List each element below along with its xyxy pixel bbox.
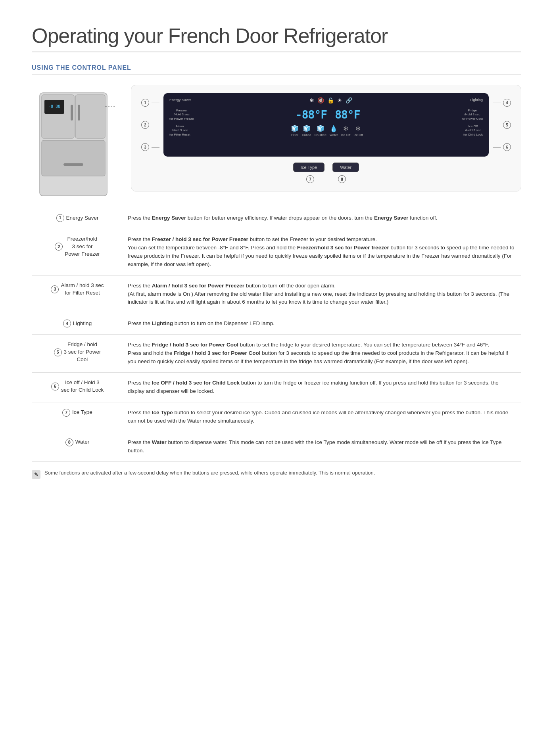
circle-3: 3 [141,143,149,151]
row-label-cell: 1 Energy Saver [32,208,123,229]
row-desc-cell: Press the Fridge / hold 3 sec for Power … [123,335,521,373]
snowflake-icon: ❄ [309,97,314,103]
temp-row: Freezer/Hold 3 secfor Power Freeze -88°F… [169,107,483,123]
diagram-area: -8 88 1 2 3 [32,85,521,196]
panel-top-row: Energy Saver ❄ 🔇 🔒 ☀ 🔗 Lighting [169,97,483,103]
circle-1: 1 [141,99,149,107]
page-title: Operating your French Door Refrigerator [32,24,521,52]
cubed-icon[interactable]: 🧊Cubed [302,125,311,137]
svg-rect-6 [63,163,83,166]
panel-box: Energy Saver ❄ 🔇 🔒 ☀ 🔗 Lighting [163,93,489,157]
label-6: 6 [493,143,511,151]
row-label-cell: 8 Water [32,432,123,461]
table-row: 8 Water Press the Water button to dispen… [32,432,521,461]
row-desc-cell: Press the Ice Type button to select your… [123,402,521,432]
temperature-display: -88°F 88°F [296,108,360,121]
table-row: 5 Fridge / hold3 sec for PowerCool Press… [32,335,521,373]
table-row: 2 Freezer/hold3 sec forPower Freezer Pre… [32,229,521,275]
alarm-label: Alarm/Hold 3 secfor Filter Reset [169,124,190,137]
fridge-btn[interactable]: Fridge/Hold 3 secfor Power Cool [462,109,483,121]
energy-saver-label: Energy Saver [169,98,191,103]
row-desc-cell: Press the Energy Saver button for better… [123,208,521,229]
label-5: 5 [493,121,511,129]
lighting-btn[interactable]: Lighting [470,98,483,103]
label-3: 3 [141,143,159,151]
left-panel-labels: 1 2 3 [141,93,159,157]
lighting-label: Lighting [470,98,483,103]
alarm-btn[interactable]: Alarm/Hold 3 secfor Filter Reset [169,124,190,137]
row-desc-cell: Press the Lighting button to turn on the… [123,313,521,335]
circle-7: 7 [306,175,314,183]
freezer-label: Freezer/Hold 3 secfor Power Freeze [169,109,194,121]
row-label-cell: 5 Fridge / hold3 sec for PowerCool [32,335,123,373]
ice-off-icon2[interactable]: ❄Ice Off [353,125,363,137]
circle-8: 8 [338,175,346,183]
svg-text:-8 88: -8 88 [48,104,60,109]
icons-row: ❄ 🔇 🔒 ☀ 🔗 [309,97,352,103]
fridge-temp: 88°F [335,108,360,121]
info-table: 1 Energy Saver Press the Energy Saver bu… [32,208,521,462]
svg-rect-3 [42,140,105,176]
row-label-cell: 3 Alarm / hold 3 secfor Filter Reset [32,275,123,313]
row-desc-cell: Press the Freezer / hold 3 sec for Power… [123,229,521,275]
wifi-icon: 🔗 [346,97,352,103]
label-4: 4 [493,99,511,107]
note-icon: ✎ [32,470,40,479]
sun-icon: ☀ [337,97,342,103]
ice-off-label: Ice Off/Hold 3 secfor Child Lock [463,124,483,137]
fridge-label: Fridge/Hold 3 secfor Power Cool [462,109,483,121]
water-btn[interactable]: Water [332,163,359,172]
label-2: 2 [141,121,159,129]
row-label-cell: 7 Ice Type [32,402,123,432]
alarm-dispenser-row: Alarm/Hold 3 secfor Filter Reset 🧊Filter… [169,124,483,137]
panel-bottom-area: Ice Type Water [141,163,511,172]
table-row: 7 Ice Type Press the Ice Type button to … [32,402,521,432]
svg-rect-5 [78,105,80,121]
table-row: 4 Lighting Press the Lighting button to … [32,313,521,335]
dispenser-icons: 🧊Filter 🧊Cubed 🧊Crushed 💧Water ❄Ice Off … [291,125,363,137]
mute-icon: 🔇 [317,97,324,103]
row-label-cell: 2 Freezer/hold3 sec forPower Freezer [32,229,123,275]
ice-off-icon1[interactable]: ❄Ice Off [341,125,350,137]
row-desc-cell: Press the Alarm / hold 3 sec for Power F… [123,275,521,313]
row-label-cell: 6 Ice off / Hold 3sec for Child Lock [32,373,123,402]
circle-6: 6 [503,143,511,151]
section-title: USING THE CONTROL PANEL [32,64,521,75]
right-panel-labels: 4 5 6 [493,93,511,157]
svg-rect-4 [71,105,73,121]
row-desc-cell: Press the Water button to dispense water… [123,432,521,461]
circle-5: 5 [503,121,511,129]
fridge-image: -8 88 [32,85,119,196]
circle-2: 2 [141,121,149,129]
freezer-temp: -88°F [296,108,327,121]
lock-icon: 🔒 [327,97,334,103]
row-desc-cell: Press the Ice OFF / hold 3 sec for Child… [123,373,521,402]
freezer-btn[interactable]: Freezer/Hold 3 secfor Power Freeze [169,109,194,121]
note-text: Some functions are activated after a few… [44,470,375,476]
circle-4: 4 [503,99,511,107]
bottom-nums: 7 8 [141,175,511,183]
label-1: 1 [141,99,159,107]
water-icon[interactable]: 💧Water [330,125,338,137]
control-panel-diagram: 1 2 3 Energy Saver [131,85,521,191]
ice-type-btn[interactable]: Ice Type [293,163,325,172]
crushed-icon[interactable]: 🧊Crushed [314,125,326,137]
note-row: ✎ Some functions are activated after a f… [32,470,521,479]
row-label-cell: 4 Lighting [32,313,123,335]
table-row: 3 Alarm / hold 3 secfor Filter Reset Pre… [32,275,521,313]
table-row: 6 Ice off / Hold 3sec for Child Lock Pre… [32,373,521,402]
table-row: 1 Energy Saver Press the Energy Saver bu… [32,208,521,229]
energy-saver-btn[interactable]: Energy Saver [169,98,191,103]
ice-off-btn[interactable]: Ice Off/Hold 3 secfor Child Lock [463,124,483,137]
filter-icon[interactable]: 🧊Filter [291,125,299,137]
